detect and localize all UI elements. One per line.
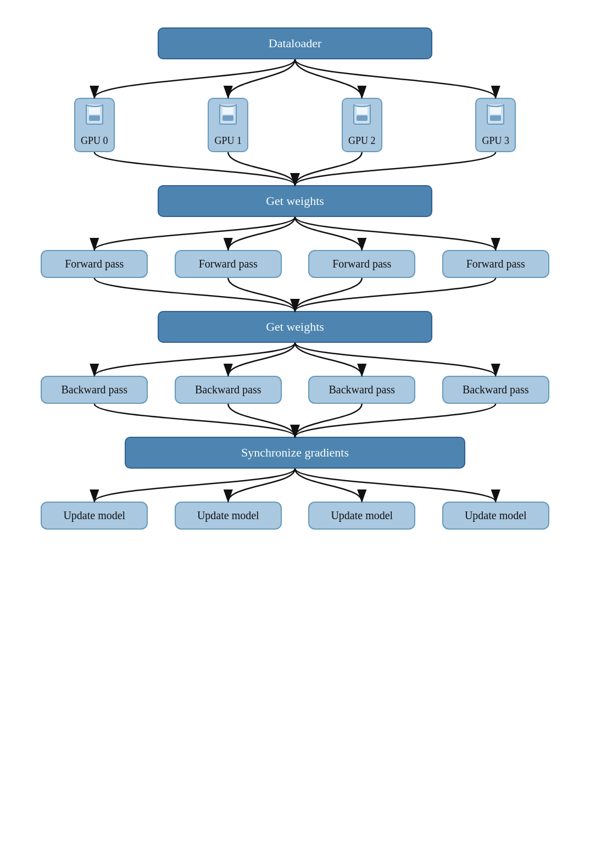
update-model-3-label: Update model	[465, 509, 527, 521]
forward-pass-2-item: Forward pass	[308, 250, 415, 278]
gpu-1-item: GPU 1	[184, 98, 272, 152]
forward-pass-row: Forward pass Forward pass Forward pass F…	[11, 250, 579, 278]
gpu-0-label: GPU 0	[81, 135, 108, 147]
gpu-2-item: GPU 2	[318, 98, 406, 152]
gpu-2-icon	[352, 104, 372, 132]
svg-rect-15	[490, 115, 501, 121]
get-weights-2-section: Get weights	[158, 311, 432, 343]
gpu-1-icon	[218, 104, 238, 132]
svg-rect-2	[89, 107, 100, 114]
backward-pass-1-item: Backward pass	[175, 376, 282, 404]
backward-pass-row: Backward pass Backward pass Backward pas…	[11, 376, 579, 404]
svg-rect-10	[357, 107, 368, 114]
get-weights-2-box: Get weights	[158, 311, 432, 343]
update-model-2-label: Update model	[331, 509, 393, 521]
svg-rect-11	[357, 115, 368, 121]
forward-pass-1-label: Forward pass	[199, 258, 258, 270]
update-model-1-box: Update model	[175, 502, 282, 530]
update-model-1-label: Update model	[197, 509, 259, 521]
update-model-0-label: Update model	[63, 509, 125, 521]
backward-pass-2-label: Backward pass	[329, 383, 395, 396]
backward-pass-3-box: Backward pass	[442, 376, 549, 404]
get-weights-2-label: Get weights	[266, 320, 324, 333]
update-model-2-item: Update model	[308, 502, 415, 530]
update-model-0-item: Update model	[41, 502, 148, 530]
svg-point-8	[220, 104, 236, 107]
get-weights-1-box: Get weights	[158, 185, 432, 217]
forward-pass-3-box: Forward pass	[442, 250, 549, 278]
backward-pass-3-item: Backward pass	[442, 376, 549, 404]
svg-point-16	[487, 104, 504, 107]
svg-point-12	[354, 104, 370, 107]
gpu-row: GPU 0 GPU 1	[11, 98, 579, 152]
gpu-0-box: GPU 0	[74, 98, 115, 152]
svg-rect-6	[222, 107, 233, 114]
forward-pass-2-label: Forward pass	[332, 258, 391, 270]
gpu-2-label: GPU 2	[348, 135, 376, 147]
gpu-3-item: GPU 3	[452, 98, 539, 152]
gpu-1-box: GPU 1	[208, 98, 248, 152]
update-model-2-box: Update model	[308, 502, 415, 530]
svg-rect-3	[89, 115, 100, 121]
forward-pass-0-label: Forward pass	[65, 258, 124, 270]
gpu-3-box: GPU 3	[475, 98, 516, 152]
forward-pass-3-label: Forward pass	[466, 258, 525, 270]
dataloader-box: Dataloader	[158, 27, 432, 59]
gpu-3-icon	[485, 104, 506, 132]
forward-pass-1-item: Forward pass	[175, 250, 282, 278]
backward-pass-2-item: Backward pass	[308, 376, 415, 404]
gpu-0-icon	[84, 104, 105, 132]
sync-grad-box: Synchronize gradients	[125, 437, 465, 469]
svg-rect-14	[490, 107, 501, 114]
forward-pass-0-box: Forward pass	[41, 250, 148, 278]
backward-pass-0-label: Backward pass	[61, 383, 127, 396]
svg-rect-7	[222, 115, 233, 121]
update-model-3-item: Update model	[442, 502, 549, 530]
forward-pass-3-item: Forward pass	[442, 250, 549, 278]
sync-grad-label: Synchronize gradients	[241, 446, 349, 459]
forward-pass-2-box: Forward pass	[308, 250, 415, 278]
update-model-0-box: Update model	[41, 502, 148, 530]
sync-grad-section: Synchronize gradients	[125, 437, 465, 469]
backward-pass-2-box: Backward pass	[308, 376, 415, 404]
update-model-row: Update model Update model Update model U…	[11, 502, 579, 530]
get-weights-1-section: Get weights	[158, 185, 432, 217]
dataloader-label: Dataloader	[269, 36, 322, 50]
backward-pass-0-item: Backward pass	[41, 376, 148, 404]
gpu-2-box: GPU 2	[342, 98, 382, 152]
backward-pass-1-label: Backward pass	[195, 383, 261, 396]
gpu-3-label: GPU 3	[482, 135, 509, 147]
backward-pass-0-box: Backward pass	[41, 376, 148, 404]
dataloader-section: Dataloader	[158, 27, 432, 59]
svg-point-4	[86, 104, 103, 107]
forward-pass-0-item: Forward pass	[41, 250, 148, 278]
diagram: Dataloader GPU 0	[0, 0, 590, 868]
forward-pass-1-box: Forward pass	[175, 250, 282, 278]
gpu-0-item: GPU 0	[51, 98, 138, 152]
gpu-1-label: GPU 1	[214, 135, 242, 147]
update-model-1-item: Update model	[175, 502, 282, 530]
backward-pass-1-box: Backward pass	[175, 376, 282, 404]
get-weights-1-label: Get weights	[266, 194, 324, 208]
backward-pass-3-label: Backward pass	[463, 383, 529, 396]
update-model-3-box: Update model	[442, 502, 549, 530]
